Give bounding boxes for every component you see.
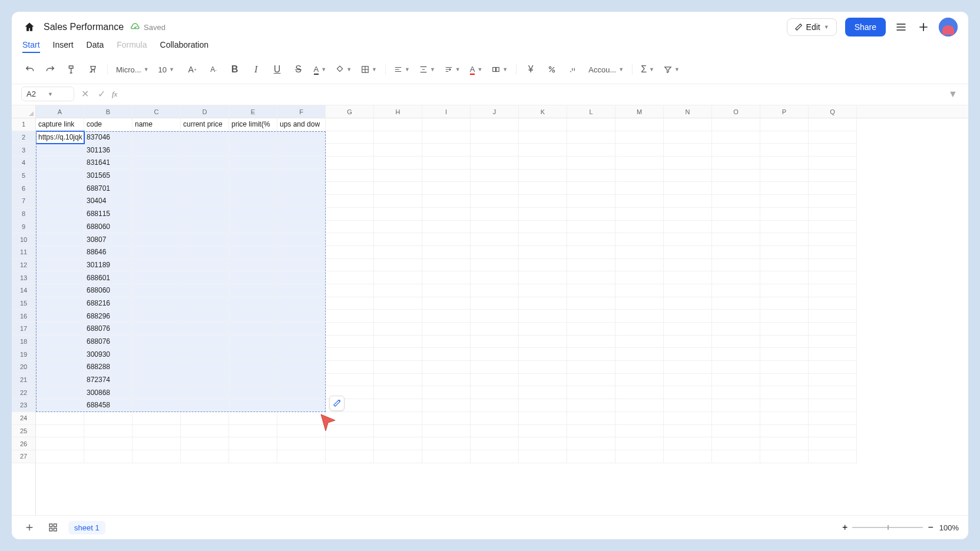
cell[interactable] bbox=[374, 425, 422, 438]
grid-body[interactable]: capture linkcodenamecurrent priceprice l… bbox=[36, 118, 968, 463]
cell[interactable] bbox=[229, 297, 277, 310]
cell[interactable] bbox=[181, 182, 229, 195]
row-header[interactable]: 3 bbox=[12, 144, 35, 157]
cell[interactable] bbox=[422, 131, 471, 144]
cell[interactable] bbox=[567, 144, 615, 157]
cell[interactable] bbox=[326, 195, 374, 208]
cell[interactable] bbox=[133, 348, 181, 361]
cell[interactable] bbox=[277, 131, 326, 144]
cell[interactable] bbox=[326, 323, 374, 336]
cell[interactable]: 30404 bbox=[84, 195, 133, 208]
cell[interactable]: 688060 bbox=[84, 221, 133, 234]
cell[interactable] bbox=[229, 221, 277, 234]
row-header[interactable]: 7 bbox=[12, 195, 35, 208]
cell[interactable] bbox=[181, 412, 229, 425]
cell[interactable] bbox=[519, 284, 567, 297]
cell[interactable]: 837046 bbox=[84, 131, 133, 144]
row-header[interactable]: 19 bbox=[12, 348, 35, 361]
cell[interactable] bbox=[471, 374, 519, 387]
cell[interactable] bbox=[471, 182, 519, 195]
cell[interactable] bbox=[422, 144, 471, 157]
cell[interactable] bbox=[374, 246, 422, 259]
cell[interactable] bbox=[712, 361, 760, 374]
cell[interactable] bbox=[615, 208, 664, 221]
cell[interactable] bbox=[809, 297, 857, 310]
cell[interactable] bbox=[664, 425, 712, 438]
cell[interactable] bbox=[133, 374, 181, 387]
accept-formula-icon[interactable]: ✓ bbox=[95, 88, 107, 100]
row-header[interactable]: 22 bbox=[12, 386, 35, 399]
cell[interactable] bbox=[567, 374, 615, 387]
cell[interactable] bbox=[181, 208, 229, 221]
cell[interactable] bbox=[664, 157, 712, 170]
cell[interactable] bbox=[519, 221, 567, 234]
cell[interactable] bbox=[36, 208, 84, 221]
cell[interactable] bbox=[181, 144, 229, 157]
cell[interactable] bbox=[133, 144, 181, 157]
cell[interactable] bbox=[326, 170, 374, 182]
sheet-tab[interactable]: sheet 1 bbox=[68, 521, 105, 535]
cell[interactable] bbox=[181, 310, 229, 323]
cell[interactable] bbox=[471, 323, 519, 336]
col-header-O[interactable]: O bbox=[712, 105, 760, 118]
cell[interactable] bbox=[133, 182, 181, 195]
cell[interactable] bbox=[181, 297, 229, 310]
cell[interactable] bbox=[760, 182, 809, 195]
cell[interactable] bbox=[422, 348, 471, 361]
cell[interactable] bbox=[567, 297, 615, 310]
cell[interactable] bbox=[181, 323, 229, 336]
cell[interactable] bbox=[809, 361, 857, 374]
cell[interactable] bbox=[326, 182, 374, 195]
font-size-select[interactable]: 10▼ bbox=[156, 65, 180, 74]
cell[interactable] bbox=[615, 425, 664, 438]
cell[interactable]: 831641 bbox=[84, 157, 133, 170]
cell[interactable] bbox=[712, 259, 760, 272]
cell[interactable] bbox=[84, 437, 133, 450]
redo-icon[interactable] bbox=[42, 61, 59, 78]
cell[interactable] bbox=[422, 386, 471, 399]
cell[interactable] bbox=[374, 208, 422, 221]
cell[interactable] bbox=[664, 284, 712, 297]
cell[interactable] bbox=[181, 157, 229, 170]
col-header-K[interactable]: K bbox=[519, 105, 567, 118]
cell[interactable] bbox=[567, 246, 615, 259]
cell[interactable] bbox=[809, 374, 857, 387]
cell[interactable] bbox=[36, 157, 84, 170]
cell[interactable] bbox=[422, 233, 471, 246]
cell[interactable] bbox=[615, 131, 664, 144]
cell[interactable] bbox=[277, 195, 326, 208]
cell[interactable] bbox=[567, 336, 615, 348]
cell[interactable] bbox=[374, 374, 422, 387]
cell[interactable] bbox=[36, 450, 84, 463]
cell[interactable]: 301136 bbox=[84, 144, 133, 157]
cell[interactable] bbox=[277, 310, 326, 323]
cell[interactable] bbox=[133, 399, 181, 412]
cell[interactable] bbox=[567, 348, 615, 361]
cell[interactable]: price limit(% bbox=[229, 118, 277, 131]
cell[interactable] bbox=[760, 412, 809, 425]
cell[interactable] bbox=[519, 259, 567, 272]
cell[interactable] bbox=[374, 399, 422, 412]
cell[interactable] bbox=[615, 144, 664, 157]
cell[interactable] bbox=[181, 425, 229, 438]
cell[interactable] bbox=[422, 297, 471, 310]
cell[interactable] bbox=[422, 271, 471, 284]
col-header-H[interactable]: H bbox=[374, 105, 422, 118]
share-button[interactable]: Share bbox=[845, 18, 886, 36]
cell[interactable] bbox=[277, 348, 326, 361]
cell[interactable] bbox=[422, 170, 471, 182]
cell[interactable] bbox=[664, 182, 712, 195]
cell[interactable] bbox=[712, 208, 760, 221]
cell[interactable] bbox=[326, 118, 374, 131]
cell[interactable] bbox=[36, 374, 84, 387]
cell[interactable] bbox=[471, 437, 519, 450]
cell[interactable] bbox=[664, 386, 712, 399]
cell[interactable] bbox=[519, 170, 567, 182]
cell[interactable] bbox=[422, 195, 471, 208]
cell[interactable] bbox=[229, 399, 277, 412]
cell[interactable] bbox=[374, 182, 422, 195]
cell[interactable] bbox=[519, 386, 567, 399]
cell[interactable]: 872374 bbox=[84, 374, 133, 387]
zoom-in-icon[interactable]: − bbox=[928, 522, 933, 533]
cell[interactable] bbox=[615, 336, 664, 348]
